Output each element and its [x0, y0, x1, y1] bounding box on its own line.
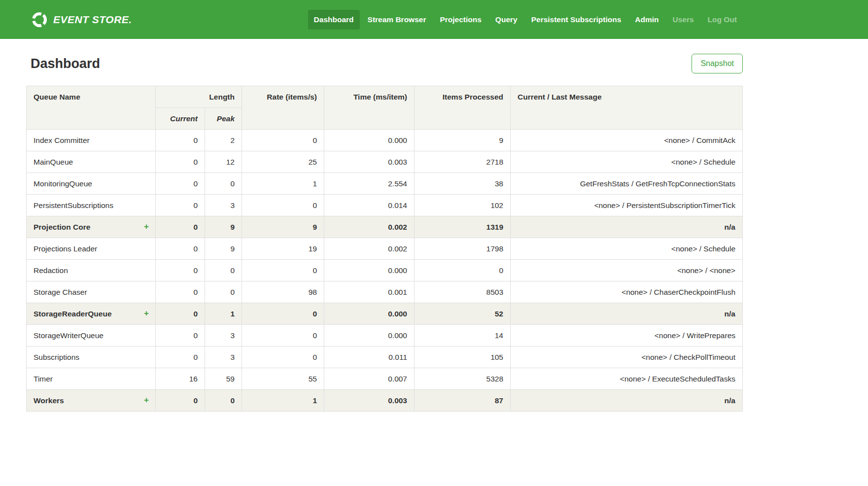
queue-last-message: n/a: [511, 216, 743, 238]
queue-peak-length: 0: [205, 281, 242, 303]
nav-item-admin[interactable]: Admin: [629, 10, 664, 30]
header-rate: Rate (items/s): [242, 86, 324, 130]
queue-group-row: Workers+0010.00387n/a: [27, 390, 743, 412]
queue-items-processed: 102: [415, 195, 511, 216]
navbar-container: EVENT STORE. DashboardStream BrowserProj…: [26, 10, 743, 30]
queue-peak-length: 59: [205, 368, 242, 390]
nav-item-users[interactable]: Users: [667, 10, 700, 30]
nav-item-dashboard[interactable]: Dashboard: [308, 10, 360, 30]
queue-rate: 0: [242, 195, 324, 216]
queue-items-processed: 8503: [415, 281, 511, 303]
page-title: Dashboard: [26, 56, 100, 71]
queue-peak-length: 3: [205, 195, 242, 216]
queue-peak-length: 9: [205, 238, 242, 260]
queue-last-message: <none> / PersistentSubscriptionTimerTick: [511, 195, 743, 216]
page-content: Dashboard Snapshot Queue Name Length Rat…: [26, 39, 743, 412]
main-nav: DashboardStream BrowserProjectionsQueryP…: [308, 10, 743, 30]
queue-name: StorageReaderQueue: [34, 310, 112, 318]
queue-items-processed: 0: [415, 260, 511, 281]
queue-rate: 0: [242, 347, 324, 368]
queue-group-row: Projection Core+0990.0021319n/a: [27, 216, 743, 238]
queue-items-processed: 1319: [415, 216, 511, 238]
queue-row: PersistentSubscriptions0300.014102<none>…: [27, 195, 743, 216]
queue-name-cell: Projection Core+: [27, 216, 156, 238]
queue-last-message: <none> / WritePrepares: [511, 325, 743, 347]
queue-current-length: 0: [156, 151, 205, 173]
queue-last-message: n/a: [511, 303, 743, 325]
queue-peak-length: 9: [205, 216, 242, 238]
queue-items-processed: 105: [415, 347, 511, 368]
queue-rate: 0: [242, 325, 324, 347]
expand-plus-icon[interactable]: +: [144, 222, 149, 231]
nav-item-log-out[interactable]: Log Out: [702, 10, 743, 30]
queue-items-processed: 2718: [415, 151, 511, 173]
queue-current-length: 0: [156, 173, 205, 195]
queue-current-length: 0: [156, 390, 205, 412]
queue-name-cell: Subscriptions: [27, 347, 156, 368]
queue-last-message: <none> / <none>: [511, 260, 743, 281]
queue-name-cell: StorageWriterQueue: [27, 325, 156, 347]
queue-name: MainQueue: [34, 158, 73, 166]
queue-name-cell: Workers+: [27, 390, 156, 412]
expand-plus-icon[interactable]: +: [144, 309, 149, 318]
queue-last-message: <none> / CommitAck: [511, 130, 743, 151]
queue-name-cell: Storage Chaser: [27, 281, 156, 303]
queue-current-length: 0: [156, 347, 205, 368]
queue-name: MonitoringQueue: [34, 179, 92, 188]
queue-items-processed: 52: [415, 303, 511, 325]
queue-row: Subscriptions0300.011105<none> / CheckPo…: [27, 347, 743, 368]
queue-name-cell: Index Committer: [27, 130, 156, 151]
queue-time: 0.007: [324, 368, 415, 390]
queue-last-message: <none> / ChaserCheckpointFlush: [511, 281, 743, 303]
queue-rate: 0: [242, 303, 324, 325]
snapshot-button[interactable]: Snapshot: [692, 54, 743, 73]
queue-last-message: n/a: [511, 390, 743, 412]
nav-item-projections[interactable]: Projections: [434, 10, 487, 30]
queue-group-row: StorageReaderQueue+0100.00052n/a: [27, 303, 743, 325]
queue-peak-length: 2: [205, 130, 242, 151]
brand-logo[interactable]: EVENT STORE.: [26, 11, 132, 29]
queue-peak-length: 3: [205, 347, 242, 368]
nav-item-stream-browser[interactable]: Stream Browser: [362, 10, 432, 30]
queue-last-message: <none> / Schedule: [511, 151, 743, 173]
queue-rate: 1: [242, 173, 324, 195]
header-queue-name: Queue Name: [27, 86, 156, 130]
queue-items-processed: 5328: [415, 368, 511, 390]
queue-peak-length: 12: [205, 151, 242, 173]
queue-last-message: GetFreshStats / GetFreshTcpConnectionSta…: [511, 173, 743, 195]
queue-peak-length: 3: [205, 325, 242, 347]
queue-current-length: 0: [156, 130, 205, 151]
queue-time: 0.011: [324, 347, 415, 368]
queue-current-length: 16: [156, 368, 205, 390]
queue-last-message: <none> / ExecuteScheduledTasks: [511, 368, 743, 390]
nav-item-query[interactable]: Query: [489, 10, 523, 30]
queue-rate: 9: [242, 216, 324, 238]
queue-current-length: 0: [156, 325, 205, 347]
queue-rate: 0: [242, 260, 324, 281]
queue-row: Timer1659550.0075328<none> / ExecuteSche…: [27, 368, 743, 390]
header-peak: Peak: [205, 108, 242, 130]
queue-time: 0.000: [324, 260, 415, 281]
queue-peak-length: 0: [205, 390, 242, 412]
queue-current-length: 0: [156, 195, 205, 216]
queue-peak-length: 1: [205, 303, 242, 325]
queue-rate: 1: [242, 390, 324, 412]
page-header: Dashboard Snapshot: [26, 39, 743, 86]
queue-time: 0.002: [324, 238, 415, 260]
queues-table: Queue Name Length Rate (items/s) Time (m…: [26, 86, 743, 412]
queue-last-message: <none> / Schedule: [511, 238, 743, 260]
queue-time: 0.000: [324, 325, 415, 347]
expand-plus-icon[interactable]: +: [144, 395, 149, 405]
brand-name: EVENT STORE.: [53, 14, 132, 26]
queue-name: Subscriptions: [34, 353, 79, 361]
nav-item-persistent-subscriptions[interactable]: Persistent Subscriptions: [525, 10, 627, 30]
header-length: Length: [156, 86, 242, 108]
queue-items-processed: 38: [415, 173, 511, 195]
queue-time: 0.001: [324, 281, 415, 303]
queue-rate: 98: [242, 281, 324, 303]
queue-time: 0.003: [324, 390, 415, 412]
queue-name-cell: Projections Leader: [27, 238, 156, 260]
queue-name: Timer: [34, 375, 53, 383]
queue-name-cell: MainQueue: [27, 151, 156, 173]
queue-name-cell: MonitoringQueue: [27, 173, 156, 195]
